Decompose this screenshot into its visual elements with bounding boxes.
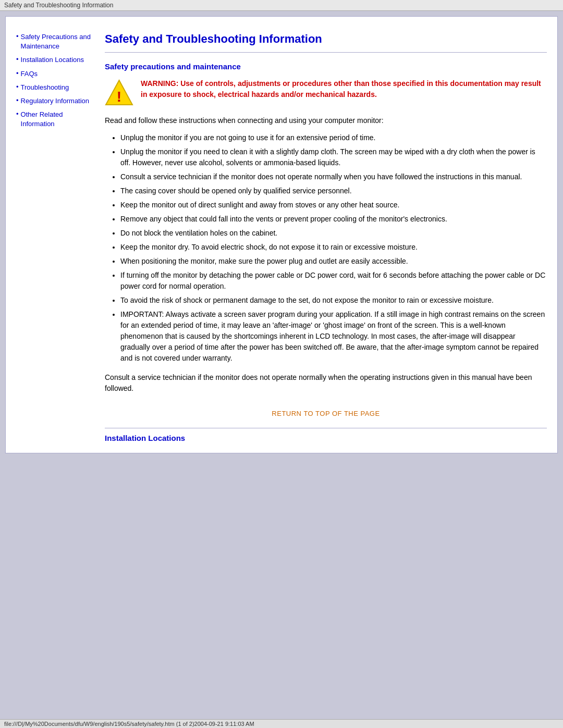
main-content: Safety and Troubleshooting Information S…: [100, 32, 547, 442]
sidebar-link-regulatory[interactable]: Regulatory Information: [21, 96, 90, 106]
list-item: When positioning the monitor, make sure …: [120, 256, 547, 267]
bottom-divider: [105, 428, 547, 428]
list-item: Do not block the ventilation holes on th…: [120, 228, 547, 239]
sidebar-bullet-5: •: [16, 96, 19, 107]
svg-text:!: !: [117, 89, 121, 105]
title-bar-text: Safety and Troubleshooting Information: [4, 2, 113, 9]
warning-icon: !: [105, 78, 133, 107]
bullet-list: Unplug the monitor if you are not going …: [120, 132, 547, 364]
sidebar-link-troubleshooting[interactable]: Troubleshooting: [21, 83, 69, 92]
sidebar-bullet-6: •: [16, 110, 19, 130]
sidebar: • Safety Precautions and Maintenance • I…: [16, 32, 100, 442]
sidebar-item-regulatory: • Regulatory Information: [16, 96, 94, 107]
list-item: If turning off the monitor by detaching …: [120, 270, 547, 292]
browser-window: • Safety Precautions and Maintenance • I…: [0, 11, 563, 725]
sidebar-bullet-2: •: [16, 55, 19, 66]
list-item: Keep the monitor dry. To avoid electric …: [120, 242, 547, 253]
return-to-top: RETURN TO TOP OF THE PAGE: [105, 410, 547, 417]
page-container: • Safety Precautions and Maintenance • I…: [5, 16, 558, 453]
return-to-top-link[interactable]: RETURN TO TOP OF THE PAGE: [272, 410, 380, 417]
top-divider: [105, 52, 547, 53]
list-item: Unplug the monitor if you are not going …: [120, 132, 547, 143]
list-item: IMPORTANT: Always activate a screen save…: [120, 309, 547, 364]
installation-title: Installation Locations: [105, 434, 547, 442]
page-title: Safety and Troubleshooting Information: [105, 32, 547, 46]
list-item: The casing cover should be opened only b…: [120, 186, 547, 196]
sidebar-bullet-4: •: [16, 83, 19, 93]
sidebar-link-faqs[interactable]: FAQs: [21, 69, 38, 79]
sidebar-link-installation[interactable]: Installation Locations: [21, 55, 84, 65]
sidebar-bullet-1: •: [16, 32, 19, 52]
intro-text: Read and follow these instructions when …: [105, 115, 547, 126]
status-bar: file:///D|/My%20Documents/dfu/W9/english…: [0, 719, 563, 728]
title-bar: Safety and Troubleshooting Information: [0, 0, 563, 11]
sidebar-item-other: • Other Related Information: [16, 110, 94, 130]
list-item: To avoid the risk of shock or permanent …: [120, 295, 547, 306]
sidebar-link-other[interactable]: Other Related Information: [21, 110, 94, 129]
list-item: Remove any object that could fall into t…: [120, 214, 547, 225]
section-title-safety: Safety precautions and maintenance: [105, 62, 547, 71]
warning-text: WARNING: Use of controls, adjustments or…: [141, 78, 547, 100]
warning-box: ! WARNING: Use of controls, adjustments …: [105, 78, 547, 107]
sidebar-item-safety: • Safety Precautions and Maintenance: [16, 32, 94, 52]
list-item: Keep the monitor out of direct sunlight …: [120, 200, 547, 211]
sidebar-item-installation: • Installation Locations: [16, 55, 94, 66]
sidebar-link-safety[interactable]: Safety Precautions and Maintenance: [21, 32, 94, 51]
list-item: Consult a service technician if the moni…: [120, 171, 547, 182]
sidebar-item-faqs: • FAQs: [16, 69, 94, 80]
consult-text: Consult a service technician if the moni…: [105, 372, 547, 394]
sidebar-bullet-3: •: [16, 69, 19, 80]
status-bar-text: file:///D|/My%20Documents/dfu/W9/english…: [4, 721, 254, 727]
list-item: Unplug the monitor if you need to clean …: [120, 146, 547, 168]
sidebar-item-troubleshooting: • Troubleshooting: [16, 83, 94, 93]
